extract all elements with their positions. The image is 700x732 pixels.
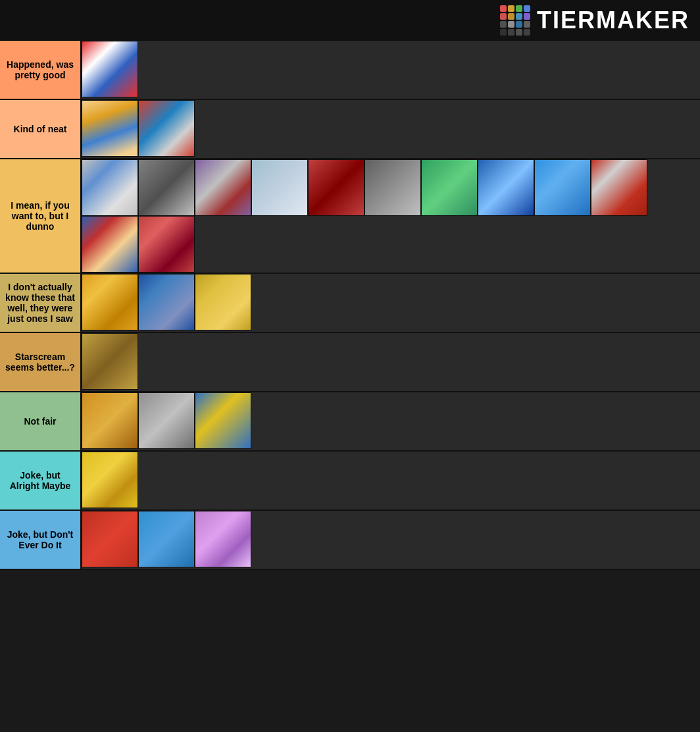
tier-item-megatron[interactable] <box>138 159 195 216</box>
tier-item-image-mech2 <box>309 160 364 215</box>
tier-label-5: Not fair <box>0 392 82 450</box>
tier-items-4 <box>82 333 700 391</box>
tier-items-0 <box>82 41 700 99</box>
tier-item-image-trainblue <box>195 393 251 448</box>
tier-label-6: Joke, but Alright Maybe <box>0 452 82 510</box>
tier-item-ironman[interactable] <box>591 159 647 216</box>
tier-label-7: Joke, but Don't Ever Do It <box>0 511 82 569</box>
tier-item-voltron[interactable] <box>82 159 138 216</box>
tier-item-bluegundam[interactable] <box>138 274 195 330</box>
tier-item-image-heman <box>82 101 138 156</box>
tier-items-5 <box>82 392 700 450</box>
tier-item-image-rx78 <box>82 41 138 97</box>
tier-item-mech3[interactable] <box>364 159 421 216</box>
logo-bar: TiERMAKER <box>0 0 700 41</box>
tier-item-mech2[interactable] <box>308 159 364 216</box>
tier-row-3: I don't actually know these that well, t… <box>0 274 700 333</box>
logo-text: TiERMAKER <box>537 7 689 34</box>
tier-label-3: I don't actually know these that well, t… <box>0 274 82 332</box>
tier-row-7: Joke, but Don't Ever Do It <box>0 511 700 570</box>
tier-row-4: Starscream seems better...? <box>0 333 700 392</box>
tier-item-trainblue[interactable] <box>195 392 251 449</box>
tier-label-0: Happened, was pretty good <box>0 41 82 99</box>
tier-container: Happened, was pretty goodKind of neatI m… <box>0 41 700 570</box>
tier-items-6 <box>82 452 700 510</box>
tier-item-image-tfg1 <box>139 101 194 156</box>
tier-item-image-mech3 <box>365 160 420 215</box>
tier-item-image-thomas <box>139 511 194 567</box>
tier-item-image-starburst <box>82 274 138 330</box>
tier-label-2: I mean, if you want to, but I dunno <box>0 159 82 273</box>
tier-item-image-megaman <box>535 160 590 215</box>
tier-row-0: Happened, was pretty good <box>0 41 700 100</box>
tier-item-mech1[interactable] <box>251 159 308 216</box>
tier-item-megamanx[interactable] <box>478 159 534 216</box>
tier-item-green[interactable] <box>421 159 478 216</box>
tier-item-redmech[interactable] <box>138 216 195 273</box>
tier-items-7 <box>82 511 700 569</box>
tier-item-image-megatron <box>139 160 194 215</box>
tier-row-1: Kind of neat <box>0 100 700 159</box>
tier-label-4: Starscream seems better...? <box>0 333 82 391</box>
tier-item-image-superman <box>82 217 138 272</box>
logo-grid <box>500 5 530 36</box>
tier-item-image-green <box>422 160 477 215</box>
tier-item-image-magneto <box>195 160 251 215</box>
tier-item-starburst[interactable] <box>82 274 138 330</box>
tier-item-tfg1[interactable] <box>138 100 195 157</box>
tier-item-image-goldgundam <box>195 274 251 330</box>
tier-item-goldgundam[interactable] <box>195 274 251 330</box>
tier-item-starscream[interactable] <box>82 333 138 390</box>
tier-item-image-twilight <box>195 511 251 567</box>
tier-item-twilight[interactable] <box>195 511 251 567</box>
tier-items-1 <box>82 100 700 158</box>
tier-items-3 <box>82 274 700 332</box>
tier-item-bumblebee[interactable] <box>82 452 138 508</box>
tier-item-rx78[interactable] <box>82 41 138 97</box>
tier-item-image-notfair1 <box>82 393 138 448</box>
tier-item-notfair1[interactable] <box>82 392 138 449</box>
tier-item-image-lightning <box>82 511 138 567</box>
tier-item-heman[interactable] <box>82 100 138 157</box>
tier-item-image-redmech <box>139 217 194 272</box>
tier-item-image-ironman <box>591 160 647 215</box>
tier-item-thomas[interactable] <box>138 511 195 567</box>
tier-item-superman[interactable] <box>82 216 138 273</box>
tier-item-image-bumblebee <box>82 452 138 508</box>
tier-row-2: I mean, if you want to, but I dunno <box>0 159 700 274</box>
tier-item-giantrob[interactable] <box>138 392 195 449</box>
tier-item-megaman[interactable] <box>534 159 591 216</box>
tier-item-lightning[interactable] <box>82 511 138 567</box>
tier-item-image-mech1 <box>252 160 307 215</box>
logo-wrapper: TiERMAKER <box>500 5 689 36</box>
tier-label-1: Kind of neat <box>0 100 82 158</box>
tier-row-5: Not fair <box>0 392 700 452</box>
tier-row-6: Joke, but Alright Maybe <box>0 452 700 511</box>
tier-item-image-bluegundam <box>139 274 194 330</box>
tier-items-2 <box>82 159 700 273</box>
tier-item-magneto[interactable] <box>195 159 251 216</box>
tier-item-image-megamanx <box>478 160 534 215</box>
tier-item-image-giantrob <box>139 393 194 448</box>
tier-item-image-starscream <box>82 334 138 389</box>
tier-item-image-voltron <box>82 160 138 215</box>
